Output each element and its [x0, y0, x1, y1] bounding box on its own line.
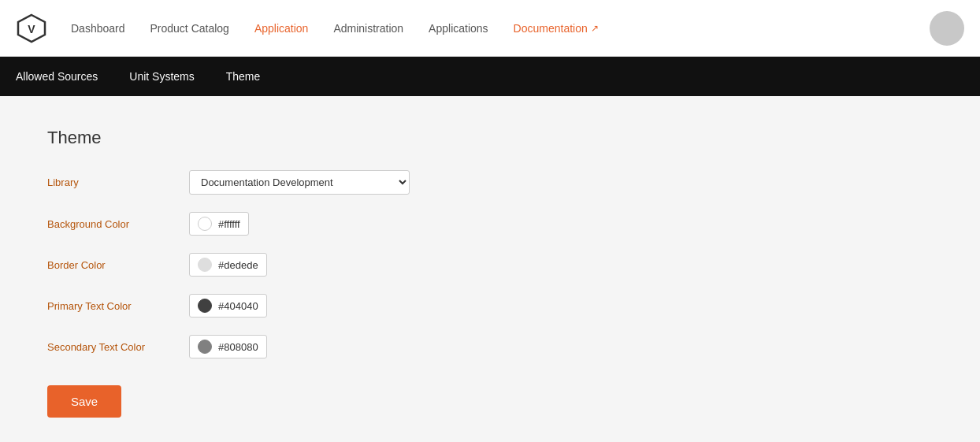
primary-text-color-value: #404040: [218, 300, 258, 312]
save-button[interactable]: Save: [47, 385, 121, 418]
nav-dashboard[interactable]: Dashboard: [71, 22, 125, 35]
svg-text:V: V: [28, 23, 35, 35]
nav-administration[interactable]: Administration: [333, 22, 403, 35]
background-color-swatch[interactable]: #ffffff: [189, 212, 249, 236]
nav-applications[interactable]: Applications: [429, 22, 488, 35]
primary-text-color-row: Primary Text Color #404040: [47, 294, 933, 318]
subnav-theme[interactable]: Theme: [226, 59, 261, 94]
main-content: Theme Library Documentation Development …: [0, 96, 980, 442]
primary-text-color-swatch[interactable]: #404040: [189, 294, 267, 318]
library-row: Library Documentation Development Defaul…: [47, 170, 933, 195]
background-color-row: Background Color #ffffff: [47, 212, 933, 236]
background-color-circle: [198, 217, 212, 231]
nav-application[interactable]: Application: [254, 22, 309, 35]
library-select[interactable]: Documentation Development Default Custom: [189, 170, 410, 195]
logo[interactable]: V: [16, 13, 47, 44]
border-color-label: Border Color: [47, 259, 189, 271]
nav-links: Dashboard Product Catalog Application Ad…: [71, 22, 930, 35]
background-color-value: #ffffff: [218, 218, 240, 230]
primary-text-color-circle: [198, 299, 212, 313]
border-color-circle: [198, 258, 212, 272]
secondary-text-color-swatch[interactable]: #808080: [189, 335, 267, 358]
border-color-row: Border Color #dedede: [47, 253, 933, 277]
secondary-text-color-row: Secondary Text Color #808080: [47, 335, 933, 358]
nav-product-catalog[interactable]: Product Catalog: [150, 22, 229, 35]
page-title: Theme: [47, 128, 933, 148]
background-color-label: Background Color: [47, 218, 189, 230]
avatar[interactable]: [930, 11, 964, 46]
sub-nav: Allowed Sources Unit Systems Theme: [0, 57, 980, 96]
primary-text-color-label: Primary Text Color: [47, 300, 189, 312]
border-color-swatch[interactable]: #dedede: [189, 253, 267, 277]
subnav-unit-systems[interactable]: Unit Systems: [129, 59, 194, 94]
nav-documentation[interactable]: Documentation ↗: [514, 22, 599, 35]
border-color-value: #dedede: [218, 259, 258, 271]
library-label: Library: [47, 176, 189, 188]
secondary-text-color-label: Secondary Text Color: [47, 341, 189, 353]
subnav-allowed-sources[interactable]: Allowed Sources: [16, 59, 98, 94]
secondary-text-color-value: #808080: [218, 341, 258, 353]
secondary-text-color-circle: [198, 340, 212, 354]
top-nav: V Dashboard Product Catalog Application …: [0, 0, 980, 57]
external-link-icon: ↗: [591, 23, 599, 34]
